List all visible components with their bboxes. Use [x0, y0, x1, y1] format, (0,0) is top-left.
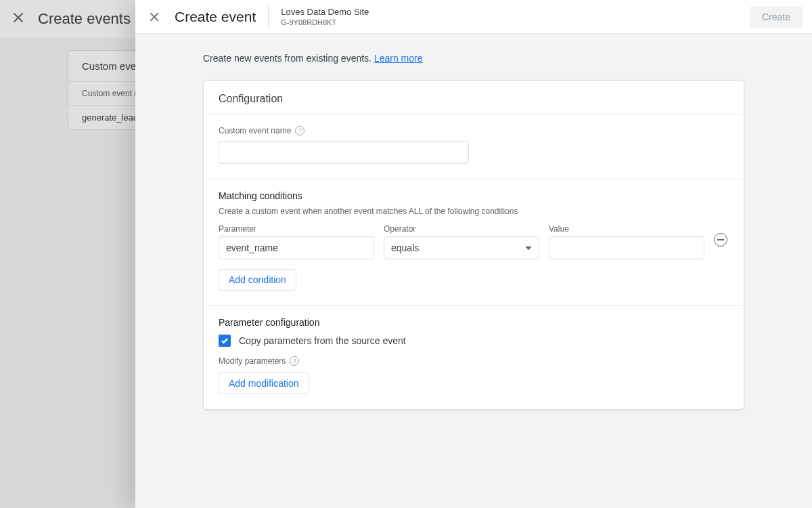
help-icon[interactable]: ? — [295, 126, 304, 135]
create-button[interactable]: Create — [750, 6, 803, 28]
modify-params-row: Modify parameters ? — [219, 356, 729, 366]
panel-header: Create event Loves Data Demo Site G-9Y08… — [135, 0, 812, 34]
operator-col-label: Operator — [384, 224, 539, 234]
add-condition-button[interactable]: Add condition — [219, 269, 296, 291]
property-id: G-9Y08RDH8KT — [281, 18, 369, 26]
modify-params-label: Modify parameters — [219, 356, 286, 366]
intro-plain: Create new events from existing events. — [203, 53, 374, 64]
learn-more-link[interactable]: Learn more — [374, 53, 423, 64]
configuration-card: Configuration Custom event name ? Matchi… — [203, 80, 744, 410]
custom-event-name-label: Custom event name — [219, 126, 291, 135]
chevron-down-icon — [525, 247, 532, 250]
condition-row: Parameter event_name Operator equals — [219, 224, 729, 259]
parameter-config-title: Parameter configuration — [219, 317, 729, 328]
close-panel-button[interactable] — [145, 7, 164, 26]
create-event-panel: Create event Loves Data Demo Site G-9Y08… — [135, 0, 812, 508]
panel-title: Create event — [175, 9, 268, 25]
panel-property-block: Loves Data Demo Site G-9Y08RDH8KT — [268, 5, 369, 28]
custom-event-name-section: Custom event name ? — [204, 115, 744, 179]
matching-conditions-desc: Create a custom event when another event… — [219, 207, 729, 216]
remove-condition-icon[interactable] — [714, 233, 727, 247]
value-input[interactable] — [549, 236, 704, 259]
parameter-col-label: Parameter — [219, 224, 374, 234]
copy-params-checkbox[interactable] — [219, 335, 231, 347]
add-modification-button[interactable]: Add modification — [219, 373, 309, 394]
matching-conditions-section: Matching conditions Create a custom even… — [204, 179, 744, 305]
custom-event-name-input[interactable] — [219, 141, 469, 164]
operator-select[interactable]: equals — [384, 236, 539, 259]
intro-text: Create new events from existing events. … — [203, 53, 744, 64]
parameter-value: event_name — [226, 242, 278, 253]
custom-event-name-label-row: Custom event name ? — [219, 126, 729, 135]
configuration-heading: Configuration — [204, 81, 744, 114]
panel-body: Create new events from existing events. … — [135, 34, 812, 508]
property-name: Loves Data Demo Site — [281, 7, 369, 17]
help-icon[interactable]: ? — [290, 356, 299, 366]
matching-conditions-title: Matching conditions — [219, 190, 729, 201]
parameter-input[interactable]: event_name — [219, 236, 374, 259]
copy-params-row: Copy parameters from the source event — [219, 335, 729, 347]
operator-value: equals — [391, 242, 419, 253]
copy-params-label: Copy parameters from the source event — [239, 335, 406, 346]
parameter-config-section: Parameter configuration Copy parameters … — [204, 306, 744, 409]
value-col-label: Value — [549, 224, 704, 234]
